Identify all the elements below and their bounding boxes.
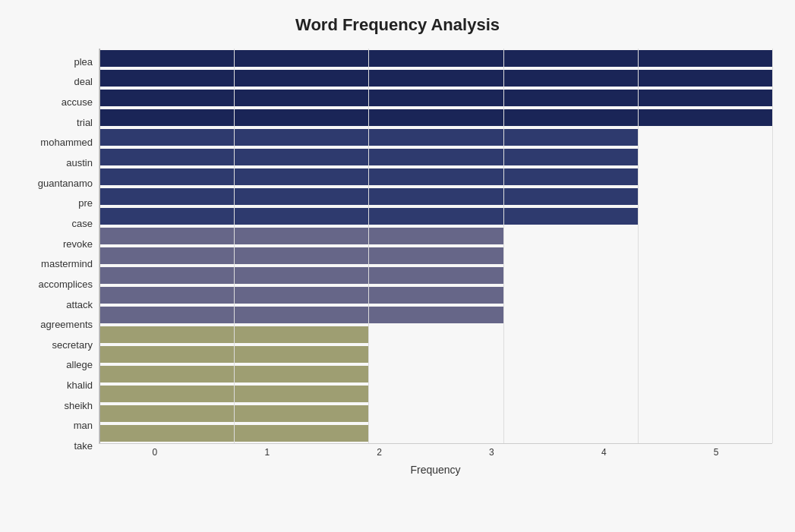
y-label: mastermind bbox=[41, 254, 93, 274]
x-tick: 2 bbox=[323, 447, 436, 458]
y-label: sheikh bbox=[64, 395, 93, 415]
grid-line bbox=[638, 49, 639, 443]
y-label: trial bbox=[77, 112, 93, 132]
y-label: khalid bbox=[67, 376, 93, 395]
bar-row bbox=[99, 266, 772, 285]
bar-row bbox=[99, 345, 772, 364]
chart-area: pleadealaccusetrialmohammedaustinguantan… bbox=[23, 49, 772, 459]
bar-row bbox=[99, 246, 772, 266]
bar-row bbox=[99, 88, 772, 108]
x-axis: 012345 bbox=[99, 444, 772, 458]
bar bbox=[99, 267, 503, 284]
bars-and-xaxis: 012345 Frequency bbox=[99, 49, 772, 459]
bar-row bbox=[99, 305, 772, 325]
y-axis: pleadealaccusetrialmohammedaustinguantan… bbox=[23, 49, 99, 459]
y-label: secretary bbox=[52, 335, 93, 354]
y-label: austin bbox=[66, 153, 93, 173]
y-label: take bbox=[74, 436, 93, 455]
bar-row bbox=[99, 108, 772, 127]
chart-title: Word Frequency Analysis bbox=[23, 15, 772, 35]
grid-line bbox=[772, 49, 773, 443]
bar bbox=[99, 90, 772, 106]
bar bbox=[99, 70, 772, 87]
grid-line bbox=[99, 49, 100, 443]
bar-row bbox=[99, 285, 772, 305]
bar-row bbox=[99, 206, 772, 226]
x-tick: 4 bbox=[547, 447, 660, 458]
bar-row bbox=[99, 423, 772, 443]
bar bbox=[99, 228, 503, 244]
y-label: guantanamo bbox=[38, 173, 93, 193]
bar bbox=[99, 287, 503, 304]
x-axis-label: Frequency bbox=[99, 464, 772, 476]
x-tick: 0 bbox=[99, 447, 211, 458]
bar-row bbox=[99, 364, 772, 384]
grid-line bbox=[503, 49, 504, 443]
y-label: deal bbox=[74, 72, 93, 92]
y-label: pre bbox=[78, 194, 93, 213]
bar-row bbox=[99, 68, 772, 88]
x-tick: 5 bbox=[660, 447, 772, 458]
y-label: agreements bbox=[40, 315, 93, 335]
bar bbox=[99, 247, 503, 264]
y-label: plea bbox=[74, 52, 93, 71]
x-tick: 3 bbox=[435, 447, 547, 458]
x-tick: 1 bbox=[211, 447, 323, 458]
bar-row bbox=[99, 226, 772, 246]
y-label: attack bbox=[66, 294, 93, 314]
bars-area bbox=[99, 49, 772, 444]
y-label: case bbox=[72, 213, 93, 233]
bar-row bbox=[99, 384, 772, 404]
y-label: revoke bbox=[63, 234, 93, 253]
bar-row bbox=[99, 147, 772, 167]
y-label: mohammed bbox=[40, 133, 93, 153]
bar-row bbox=[99, 49, 772, 68]
y-label: accuse bbox=[62, 93, 93, 112]
bar-row bbox=[99, 325, 772, 345]
bar bbox=[99, 109, 772, 126]
grid-line bbox=[368, 49, 369, 443]
grid-line bbox=[234, 49, 235, 443]
bar-row bbox=[99, 404, 772, 423]
bar-row bbox=[99, 127, 772, 147]
y-label: man bbox=[74, 416, 93, 436]
y-label: allege bbox=[66, 355, 93, 375]
bar-row bbox=[99, 167, 772, 187]
bar bbox=[99, 307, 503, 323]
bar-row bbox=[99, 187, 772, 206]
y-label: accomplices bbox=[38, 274, 93, 294]
bar bbox=[99, 50, 772, 67]
chart-container: Word Frequency Analysis pleadealaccusetr… bbox=[0, 0, 795, 532]
